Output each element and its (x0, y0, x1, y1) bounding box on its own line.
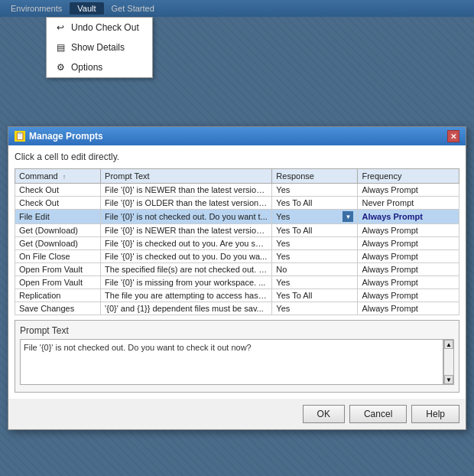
cell-frequency[interactable]: Always Prompt (358, 289, 459, 302)
undo-check-out-icon: ↩ (54, 21, 67, 34)
cell-prompt[interactable]: File '{0}' is not checked out. Do you wa… (101, 210, 272, 224)
cell-frequency[interactable]: Always Prompt (358, 276, 459, 289)
cell-frequency[interactable]: Never Prompt (358, 197, 459, 210)
show-details-icon: ▤ (54, 41, 67, 54)
prompt-textarea[interactable]: File '{0}' is not checked out. Do you wa… (20, 339, 443, 385)
table-row[interactable]: Open From VaultFile '{0}' is missing fro… (15, 276, 459, 289)
dialog-close-button[interactable]: ✕ (447, 130, 459, 142)
cell-response[interactable]: Yes To All (272, 289, 358, 302)
cell-frequency[interactable]: Always Prompt (358, 250, 459, 263)
cell-frequency[interactable]: Always Prompt (358, 302, 459, 315)
cancel-button[interactable]: Cancel (349, 405, 407, 423)
cell-command[interactable]: On File Close (15, 250, 101, 263)
table-row[interactable]: File EditFile '{0}' is not checked out. … (15, 210, 459, 224)
options-icon: ⚙ (54, 61, 67, 73)
scrollbar-vertical[interactable]: ▲ ▼ (443, 339, 454, 385)
cell-prompt[interactable]: File '{0}' is NEWER than the latest vers… (101, 224, 272, 237)
dialog-title: Manage Prompts (29, 131, 103, 142)
cell-frequency[interactable]: Always Prompt (358, 184, 459, 197)
col-header-frequency[interactable]: Frequency (358, 169, 459, 184)
menu-item-show-details[interactable]: ▤ Show Details (47, 37, 152, 57)
menu-item-options[interactable]: ⚙ Options (47, 57, 152, 77)
table-row[interactable]: Save Changes'{0}' and {1}} dependent fil… (15, 302, 459, 315)
dialog-body: Click a cell to edit directly. Command ↑… (8, 145, 466, 399)
manage-prompts-dialog: 📋 Manage Prompts ✕ Click a cell to edit … (8, 126, 466, 430)
cell-response[interactable]: Yes (272, 237, 358, 250)
cell-prompt[interactable]: File '{0}' is checked out to you. Do you… (101, 250, 272, 263)
scroll-down-arrow[interactable]: ▼ (444, 375, 453, 384)
menu-item-options-label: Options (71, 62, 102, 73)
cell-prompt[interactable]: File '{0}' is NEWER than the latest vers… (101, 184, 272, 197)
tab-vault[interactable]: Vault (70, 2, 103, 15)
cell-prompt[interactable]: File '{0}' is OLDER than the latest vers… (101, 197, 272, 210)
cell-frequency[interactable]: Always Prompt (358, 210, 459, 224)
cell-response[interactable]: Yes▼ (272, 210, 358, 224)
tab-environments[interactable]: Environments (3, 2, 70, 15)
cell-response[interactable]: No (272, 263, 358, 276)
cell-prompt[interactable]: File '{0}' is missing from your workspac… (101, 276, 272, 289)
menu-item-undo-check-out[interactable]: ↩ Undo Check Out (47, 18, 152, 37)
help-button[interactable]: Help (411, 405, 459, 423)
menu-item-undo-check-out-label: Undo Check Out (71, 22, 139, 33)
sort-icon-command: ↑ (63, 173, 67, 181)
col-header-response[interactable]: Response (272, 169, 358, 184)
cell-frequency[interactable]: Always Prompt (358, 237, 459, 250)
cell-frequency[interactable]: Always Prompt (358, 224, 459, 237)
table-row[interactable]: Get (Download)File '{0}' is NEWER than t… (15, 224, 459, 237)
tab-get-started[interactable]: Get Started (104, 2, 162, 15)
cell-command[interactable]: Replication (15, 289, 101, 302)
prompt-text-section: Prompt Text File '{0}' is not checked ou… (15, 320, 459, 393)
cell-prompt[interactable]: The specified file(s) are not checked ou… (101, 263, 272, 276)
cell-response[interactable]: Yes (272, 302, 358, 315)
cell-command[interactable]: Save Changes (15, 302, 101, 315)
prompt-section-label: Prompt Text (20, 325, 454, 336)
menu-item-show-details-label: Show Details (71, 42, 125, 53)
cell-frequency[interactable]: Always Prompt (358, 263, 459, 276)
table-row[interactable]: Get (Download)File '{0}' is checked out … (15, 237, 459, 250)
cell-command[interactable]: Get (Download) (15, 224, 101, 237)
cell-response[interactable]: Yes (272, 276, 358, 289)
dialog-hint: Click a cell to edit directly. (15, 152, 459, 162)
ok-button[interactable]: OK (303, 405, 345, 423)
cell-prompt[interactable]: '{0}' and {1}} dependent files must be s… (101, 302, 272, 315)
cell-response[interactable]: Yes (272, 184, 358, 197)
cell-command[interactable]: Check Out (15, 184, 101, 197)
cell-response[interactable]: Yes To All (272, 224, 358, 237)
table-row[interactable]: ReplicationThe file you are attempting t… (15, 289, 459, 302)
col-header-command[interactable]: Command ↑ (15, 169, 101, 184)
cell-prompt[interactable]: File '{0}' is checked out to you. Are yo… (101, 237, 272, 250)
cell-command[interactable]: Get (Download) (15, 237, 101, 250)
cell-response[interactable]: Yes (272, 250, 358, 263)
cell-prompt[interactable]: The file you are attempting to access ha… (101, 289, 272, 302)
cell-command[interactable]: Open From Vault (15, 276, 101, 289)
table-header-row: Command ↑ Prompt Text Response Frequency (15, 169, 459, 184)
response-dropdown-btn[interactable]: ▼ (343, 211, 353, 222)
cell-response[interactable]: Yes To All (272, 197, 358, 210)
table-row[interactable]: Check OutFile '{0}' is NEWER than the la… (15, 184, 459, 197)
table-row[interactable]: Check OutFile '{0}' is OLDER than the la… (15, 197, 459, 210)
vault-dropdown-menu: ↩ Undo Check Out ▤ Show Details ⚙ Option… (46, 17, 153, 78)
cell-command[interactable]: Check Out (15, 197, 101, 210)
dialog-title-bar: 📋 Manage Prompts ✕ (8, 127, 466, 145)
table-row[interactable]: Open From VaultThe specified file(s) are… (15, 263, 459, 276)
prompts-table: Command ↑ Prompt Text Response Frequency… (15, 168, 459, 315)
cell-command[interactable]: Open From Vault (15, 263, 101, 276)
dialog-title-icon: 📋 (15, 131, 25, 142)
dialog-buttons: OK Cancel Help (8, 399, 466, 429)
table-row[interactable]: On File CloseFile '{0}' is checked out t… (15, 250, 459, 263)
cell-command[interactable]: File Edit (15, 210, 101, 224)
scroll-up-arrow[interactable]: ▲ (444, 340, 453, 349)
col-header-prompt[interactable]: Prompt Text (101, 169, 272, 184)
prompt-text-area: File '{0}' is not checked out. Do you wa… (20, 339, 454, 387)
top-bar: Environments Vault Get Started (0, 0, 474, 17)
